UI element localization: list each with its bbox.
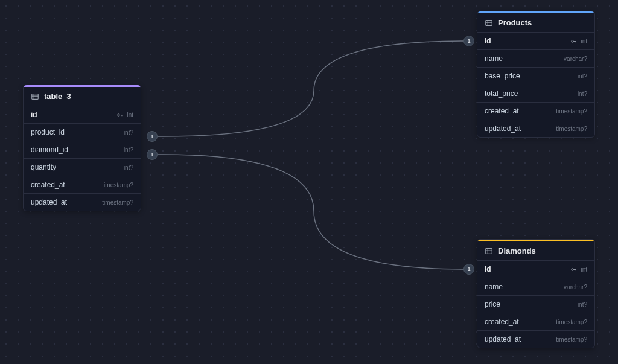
cardinality-label: 1 (467, 38, 470, 44)
column-type: int (581, 266, 587, 273)
column-name: created_at (485, 318, 519, 326)
column-name: updated_at (31, 198, 67, 206)
column-name: id (31, 110, 37, 119)
cardinality-label: 1 (150, 152, 153, 158)
column-row[interactable]: base_price int? (477, 68, 594, 85)
column-row[interactable]: created_at timestamp? (24, 176, 141, 194)
column-name: base_price (485, 72, 520, 80)
column-row[interactable]: price int? (477, 296, 594, 313)
column-name: diamond_id (31, 145, 68, 154)
column-name: total_price (485, 89, 518, 98)
column-name: price (485, 300, 500, 308)
cardinality-label: 1 (150, 133, 153, 139)
svg-rect-0 (32, 94, 39, 99)
column-type: timestamp? (556, 126, 587, 132)
column-name: product_id (31, 128, 65, 136)
svg-point-10 (572, 40, 573, 42)
column-type: varchar? (564, 284, 587, 290)
cardinality-label: 1 (467, 266, 470, 272)
column-row[interactable]: created_at timestamp? (477, 103, 594, 120)
column-type: timestamp? (102, 182, 133, 188)
column-row[interactable]: name varchar? (477, 278, 594, 296)
table-card-table_3[interactable]: table_3 id int product_id int? diamond_i… (23, 85, 141, 211)
table-header[interactable]: table_3 (24, 87, 141, 106)
table-name: table_3 (44, 92, 71, 101)
column-row[interactable]: name varchar? (477, 50, 594, 68)
column-name: updated_at (485, 335, 521, 343)
column-type: int (127, 112, 133, 118)
column-name: id (485, 37, 491, 45)
cardinality-badge: 1 (464, 36, 474, 46)
table-header[interactable]: Diamonds (477, 241, 594, 261)
table-header[interactable]: Products (477, 13, 594, 33)
column-name: created_at (31, 180, 65, 189)
column-type: timestamp? (556, 319, 587, 325)
table-name: Products (498, 18, 532, 27)
table-card-diamonds[interactable]: Diamonds id int name varchar? price int?… (477, 239, 595, 348)
column-type: int? (578, 91, 587, 97)
column-row[interactable]: updated_at timestamp? (477, 120, 594, 137)
column-name: created_at (485, 107, 519, 115)
svg-rect-7 (486, 20, 492, 25)
column-type: timestamp? (102, 199, 133, 206)
column-row[interactable]: created_at timestamp? (477, 313, 594, 331)
column-row[interactable]: id int (477, 261, 594, 278)
cardinality-badge: 1 (464, 264, 474, 275)
column-type: int? (124, 147, 133, 153)
key-icon (570, 266, 577, 273)
column-type: varchar? (564, 56, 587, 62)
column-type: timestamp? (556, 336, 587, 343)
key-icon (116, 112, 123, 118)
column-name: quantity (31, 163, 56, 171)
column-row[interactable]: product_id int? (24, 124, 141, 141)
key-icon (570, 38, 577, 45)
column-type: int? (578, 73, 587, 80)
column-name: id (485, 265, 491, 273)
column-type: int? (578, 301, 587, 308)
table-icon (485, 247, 493, 255)
column-name: name (485, 283, 503, 291)
table-icon (485, 19, 493, 27)
column-row[interactable]: id int (24, 106, 141, 124)
column-row[interactable]: diamond_id int? (24, 141, 141, 159)
svg-point-17 (572, 268, 573, 270)
svg-rect-14 (486, 248, 492, 254)
table-card-products[interactable]: Products id int name varchar? base_price… (477, 11, 595, 138)
cardinality-badge: 1 (147, 131, 158, 142)
table-icon (31, 92, 39, 101)
column-row[interactable]: id int (477, 33, 594, 50)
column-row[interactable]: quantity int? (24, 159, 141, 176)
column-type: int (581, 38, 587, 45)
svg-point-3 (118, 113, 119, 115)
column-name: name (485, 54, 503, 63)
cardinality-badge: 1 (147, 149, 158, 160)
table-name: Diamonds (498, 246, 536, 255)
column-row[interactable]: total_price int? (477, 85, 594, 103)
column-type: timestamp? (556, 108, 587, 115)
column-row[interactable]: updated_at timestamp? (477, 331, 594, 348)
column-row[interactable]: updated_at timestamp? (24, 194, 141, 211)
column-type: int? (124, 129, 133, 136)
column-type: int? (124, 164, 133, 171)
column-name: updated_at (485, 124, 521, 133)
